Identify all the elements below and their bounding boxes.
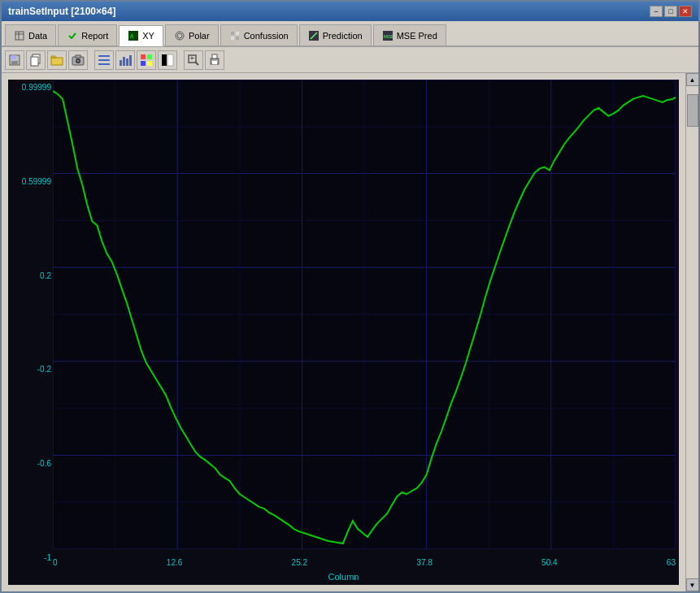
close-button[interactable]: ✕: [679, 6, 692, 17]
tab-prediction[interactable]: Prediction: [299, 24, 372, 45]
x-label-1: 12.6: [167, 558, 182, 567]
tab-msepred-label: MSE Pred: [397, 31, 437, 41]
svg-rect-8: [236, 37, 239, 40]
xy-icon: ∧: [128, 30, 139, 41]
x-label-2: 25.2: [292, 558, 307, 567]
chart-area: row: 100 0.99999 0.59999 0.2 -0.2 -0.6 -…: [2, 73, 698, 591]
tab-confussion-label: Confussion: [244, 31, 289, 41]
y-axis-labels: 0.99999 0.59999 0.2 -0.2 -0.6 -1: [10, 80, 54, 565]
main-window: trainSetInput [2100×64] − □ ✕ Data Repor…: [0, 0, 700, 593]
svg-rect-26: [98, 63, 110, 65]
svg-text:MSE: MSE: [384, 34, 393, 39]
color-button[interactable]: [137, 50, 156, 70]
svg-rect-35: [162, 54, 167, 66]
zoom-button[interactable]: [184, 50, 203, 70]
svg-line-40: [195, 62, 198, 65]
chart-svg: [53, 80, 676, 549]
svg-rect-43: [212, 61, 217, 64]
svg-rect-29: [126, 58, 128, 66]
title-bar: trainSetInput [2100×64] − □ ✕: [2, 2, 698, 21]
x-label-5: 63: [667, 558, 676, 567]
tab-data-label: Data: [28, 31, 47, 41]
svg-rect-42: [212, 54, 217, 58]
svg-rect-34: [147, 61, 152, 66]
chart-container: row: 100 0.99999 0.59999 0.2 -0.2 -0.6 -…: [2, 73, 685, 591]
svg-rect-24: [98, 55, 110, 57]
mse-icon: MSE: [382, 30, 393, 41]
chart-canvas: row: 100 0.99999 0.59999 0.2 -0.2 -0.6 -…: [8, 80, 679, 585]
svg-text:∧: ∧: [129, 32, 134, 40]
svg-rect-31: [141, 54, 146, 59]
svg-rect-33: [141, 61, 146, 66]
tab-data[interactable]: Data: [5, 24, 56, 45]
y-label-1: 0.99999: [10, 83, 54, 92]
minimize-button[interactable]: −: [650, 6, 663, 17]
x-label-3: 37.8: [416, 558, 432, 567]
confussion-icon: [229, 30, 241, 41]
bw-button[interactable]: [158, 50, 177, 70]
svg-rect-16: [11, 55, 16, 59]
save-button[interactable]: [5, 50, 24, 70]
vertical-scrollbar: ▲ ▼: [685, 73, 698, 591]
svg-rect-30: [129, 55, 132, 66]
y-label-2: 0.59999: [10, 177, 54, 186]
svg-rect-17: [11, 61, 18, 65]
y-label-4: -0.2: [10, 365, 54, 374]
tab-confussion[interactable]: Confussion: [220, 24, 298, 45]
window-controls: − □ ✕: [650, 6, 692, 17]
window-title: trainSetInput [2100×64]: [8, 6, 115, 17]
scroll-down-button[interactable]: ▼: [686, 578, 699, 591]
svg-rect-36: [167, 54, 173, 66]
tab-bar: Data Report ∧ XY Polar Confussion: [2, 21, 698, 47]
svg-rect-9: [236, 32, 239, 35]
scroll-up-button[interactable]: ▲: [686, 73, 699, 86]
y-label-5: -0.6: [10, 459, 54, 468]
tab-polar-label: Polar: [189, 31, 210, 41]
scroll-thumb[interactable]: [687, 94, 698, 127]
tab-polar[interactable]: Polar: [165, 24, 219, 45]
tab-xy-label: XY: [142, 31, 154, 41]
svg-rect-23: [76, 55, 80, 58]
svg-rect-27: [120, 60, 122, 66]
copy-button[interactable]: [26, 50, 46, 70]
tab-xy[interactable]: ∧ XY: [119, 25, 163, 46]
prediction-icon: [308, 30, 320, 41]
x-label-4: 50.4: [541, 558, 557, 567]
scroll-track: [687, 86, 698, 578]
maximize-button[interactable]: □: [664, 6, 677, 17]
table-icon: [14, 30, 25, 41]
toolbar: [2, 47, 698, 73]
svg-rect-19: [31, 57, 38, 66]
y-label-6: -1: [10, 553, 54, 562]
open-folder-button[interactable]: [47, 50, 67, 70]
check-icon: [67, 30, 78, 41]
x-axis-title: Column: [8, 572, 679, 582]
tab-report[interactable]: Report: [58, 24, 117, 45]
svg-rect-32: [147, 54, 152, 59]
svg-point-22: [77, 59, 80, 62]
tab-report-label: Report: [81, 31, 108, 41]
print-button[interactable]: [205, 50, 224, 70]
svg-rect-39: [192, 56, 193, 59]
x-axis-labels: 0 12.6 25.2 37.8 50.4 63: [53, 556, 676, 569]
tab-msepred[interactable]: MSE MSE Pred: [373, 24, 446, 45]
lines-button[interactable]: [94, 50, 114, 70]
svg-point-6: [177, 33, 182, 38]
svg-rect-10: [231, 37, 234, 40]
camera-button[interactable]: [68, 50, 88, 70]
polar-icon: [174, 30, 185, 41]
y-label-3: 0.2: [10, 271, 54, 280]
svg-rect-0: [15, 32, 24, 40]
x-label-0: 0: [53, 558, 58, 567]
svg-rect-28: [123, 57, 125, 66]
svg-rect-25: [98, 59, 110, 61]
svg-rect-7: [231, 32, 234, 35]
tab-prediction-label: Prediction: [323, 31, 363, 41]
bars-button[interactable]: [115, 50, 135, 70]
